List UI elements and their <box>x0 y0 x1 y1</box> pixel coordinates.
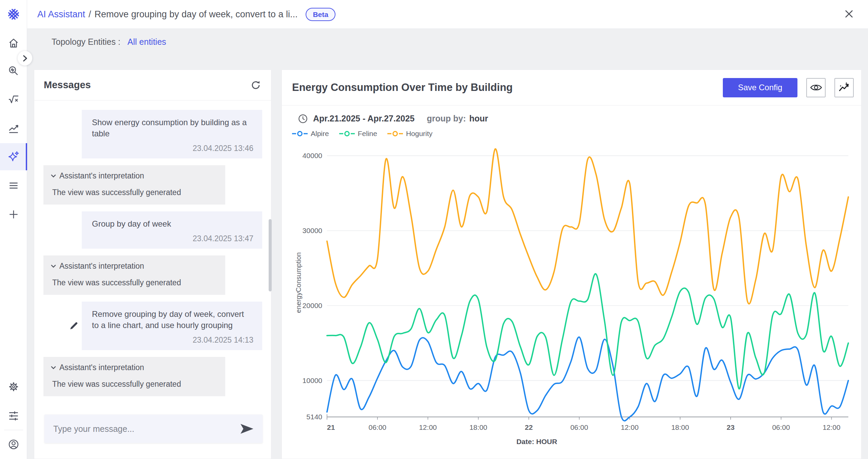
sidebar-expand-button[interactable] <box>18 51 32 65</box>
home-icon <box>8 37 19 49</box>
x-tick-label: 21 <box>327 423 335 431</box>
send-button[interactable] <box>240 423 254 434</box>
chevron-down-icon <box>51 174 56 178</box>
sidebar-item-settings[interactable] <box>7 380 20 394</box>
legend-marker <box>387 131 403 137</box>
x-tick-label: 12:00 <box>823 423 841 431</box>
sidebar-item-ai-assistant[interactable] <box>7 150 20 164</box>
y-axis-title: energyConsumption <box>295 252 302 313</box>
assistant-interpretation-toggle[interactable]: Assistant's interpretation <box>51 363 217 372</box>
x-tick-label: 06:00 <box>772 423 790 431</box>
user-message: Group by day of week23.04.2025 13:47 <box>82 211 262 249</box>
date-range[interactable]: Apr.21.2025 - Apr.27.2025 <box>313 114 414 123</box>
assistant-interpretation: Assistant's interpretationThe view was s… <box>43 357 225 396</box>
breadcrumb-app-link[interactable]: AI Assistant <box>37 9 85 20</box>
user-message-text: Show energy consumption by building as a… <box>92 117 251 139</box>
search-icon <box>8 65 19 77</box>
group-by-value[interactable]: hour <box>469 114 488 123</box>
sidebar-item-add[interactable] <box>7 208 20 221</box>
assistant-interpretation: Assistant's interpretationThe view was s… <box>43 255 225 295</box>
series-line-alpire[interactable] <box>327 337 848 421</box>
y-tick-label: 30000 <box>303 227 322 234</box>
edit-icon[interactable] <box>69 321 78 331</box>
message-input[interactable]: Type your message... <box>44 415 263 443</box>
x-tick-label: 18:00 <box>671 423 689 431</box>
line-chart[interactable]: 5140100002000030000400002106:0012:0018:0… <box>282 143 862 453</box>
topology-entities-link[interactable]: All entities <box>128 37 166 46</box>
close-button[interactable] <box>844 9 854 19</box>
series-line-hogurity[interactable] <box>327 149 848 304</box>
user-message-bubble: Remove grouping by day of week, convert … <box>82 302 262 350</box>
sidebar-item-menu[interactable] <box>7 179 20 192</box>
sidebar-item-formula[interactable] <box>7 93 20 106</box>
legend-marker <box>292 131 308 137</box>
chart-legend: AlpireFelineHogurity <box>292 130 861 138</box>
chart-panel: Energy Consumption Over Time by Building… <box>282 70 862 459</box>
group-by-label: group by: <box>427 114 466 123</box>
trend-icon <box>8 122 19 134</box>
chevron-down-icon <box>51 265 56 268</box>
sidebar-item-home[interactable] <box>7 36 20 50</box>
close-icon <box>844 9 854 19</box>
menu-icon <box>8 180 19 191</box>
x-tick-label: 12:00 <box>621 423 639 431</box>
preview-button[interactable] <box>806 78 826 97</box>
chart-type-button[interactable] <box>834 78 854 97</box>
assistant-interpretation: Assistant's interpretationThe view was s… <box>43 165 225 205</box>
assistant-interpretation-label: Assistant's interpretation <box>59 363 144 372</box>
legend-marker <box>339 131 355 137</box>
message-timestamp: 23.04.2025 13:46 <box>92 144 253 153</box>
messages-header: Messages <box>34 70 271 100</box>
assistant-interpretation-toggle[interactable]: Assistant's interpretation <box>51 262 217 271</box>
messages-panel: Messages Show energy consumption by buil… <box>34 70 271 459</box>
breadcrumb-separator: / <box>89 9 91 20</box>
chart-header: Energy Consumption Over Time by Building… <box>282 70 861 106</box>
sidebar-item-account[interactable] <box>7 438 20 451</box>
chart-title: Energy Consumption Over Time by Building <box>292 81 723 94</box>
x-tick-label: 18:00 <box>469 423 487 431</box>
sidebar-item-trends[interactable] <box>7 121 20 135</box>
topology-bar: Topology Entities : All entities <box>52 37 166 47</box>
legend-label: Hogurity <box>406 130 432 138</box>
sqrt-icon <box>8 94 19 105</box>
assistant-interpretation-toggle[interactable]: Assistant's interpretation <box>51 171 217 180</box>
app-logo[interactable] <box>7 7 20 21</box>
messages-title: Messages <box>44 79 91 91</box>
sidebar-item-search[interactable] <box>7 64 20 78</box>
assistant-result-text: The view was successfully generated <box>51 278 217 287</box>
legend-label: Feline <box>358 130 377 138</box>
save-config-button[interactable]: Save Config <box>723 78 797 97</box>
beta-badge: Beta <box>306 8 335 21</box>
y-tick-label: 5140 <box>306 413 322 421</box>
user-message-bubble: Show energy consumption by building as a… <box>82 110 262 158</box>
sliders-icon <box>8 410 19 422</box>
user-message-text: Remove grouping by day of week, convert … <box>92 308 251 331</box>
message-timestamp: 23.04.2025 14:13 <box>92 336 253 345</box>
app-logo-icon <box>7 7 20 21</box>
user-message-text: Group by day of week <box>92 218 251 229</box>
legend-item-hogurity[interactable]: Hogurity <box>387 130 432 138</box>
user-message: Show energy consumption by building as a… <box>82 110 262 158</box>
assistant-interpretation-label: Assistant's interpretation <box>59 262 144 271</box>
x-tick-label: 06:00 <box>368 423 386 431</box>
gear-icon <box>7 381 20 393</box>
legend-label: Alpire <box>311 130 329 138</box>
breadcrumb-page-title: Remove grouping by day of week, convert … <box>95 9 298 20</box>
content-area: Topology Entities : All entities Message… <box>27 29 868 459</box>
sidebar <box>0 0 27 459</box>
x-tick-label: 22 <box>525 423 533 431</box>
series-line-feline[interactable] <box>327 274 848 389</box>
legend-item-feline[interactable]: Feline <box>339 130 377 138</box>
assistant-result-text: The view was successfully generated <box>51 188 217 197</box>
refresh-button[interactable] <box>250 79 262 91</box>
message-timestamp: 23.04.2025 13:47 <box>92 234 253 243</box>
messages-scrollbar[interactable] <box>269 219 272 291</box>
sidebar-divider <box>4 430 23 430</box>
topology-label: Topology Entities : <box>52 37 120 46</box>
user-icon <box>7 438 20 451</box>
send-icon <box>240 423 254 434</box>
sidebar-item-preferences[interactable] <box>7 409 20 423</box>
top-bar: AI Assistant / Remove grouping by day of… <box>27 0 868 29</box>
legend-item-alpire[interactable]: Alpire <box>292 130 329 138</box>
x-tick-label: 12:00 <box>419 423 437 431</box>
